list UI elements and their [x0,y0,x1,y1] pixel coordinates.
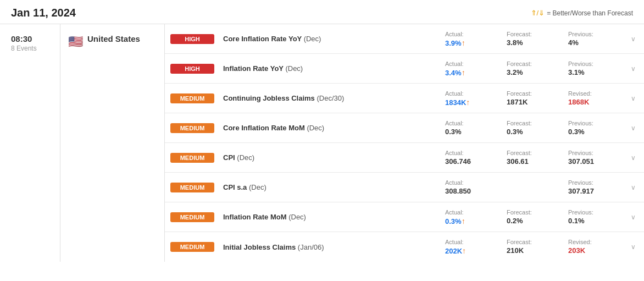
actual-cell: Actual:3.4%↑ [441,59,502,78]
row-expand-icon[interactable]: ∨ [628,65,639,73]
time-column: 08:30 8 Events [0,24,60,262]
event-badge: MEDIUM [170,153,214,163]
event-row[interactable]: MEDIUMContinuing Jobless Claims (Dec/30)… [165,84,644,113]
event-name: CPI (Dec) [214,153,441,162]
forecast-cell: Forecast:306.61 [502,148,564,167]
country-column: 🇺🇸 United States [60,24,165,262]
event-badge: MEDIUM [170,242,214,252]
event-data-cols: Actual:1834K↑Forecast:1871KRevised:1868K [441,89,628,108]
previous-cell: Previous:307.051 [564,148,625,167]
event-row[interactable]: MEDIUMCore Inflation Rate MoM (Dec)Actua… [165,113,644,143]
event-row[interactable]: HIGHInflation Rate YoY (Dec)Actual:3.4%↑… [165,54,644,84]
previous-cell: Revised:1868K [564,89,625,108]
event-name: CPI s.a (Dec) [214,183,441,191]
country-name: United States [87,34,140,43]
row-expand-icon[interactable]: ∨ [628,35,639,43]
actual-cell: Actual:1834K↑ [441,89,502,108]
event-name: Core Inflation Rate YoY (Dec) [214,35,441,43]
event-badge: MEDIUM [170,93,214,103]
event-data-cols: Actual:3.9%↑Forecast:3.8%Previous:4% [441,30,628,48]
forecast-cell [502,178,564,196]
previous-cell: Previous:4% [564,30,625,48]
previous-cell: Revised:203K [564,238,625,256]
legend: ⇑/⇓ = Better/Worse than Forecast [531,9,633,17]
event-row[interactable]: MEDIUMInflation Rate MoM (Dec)Actual:0.3… [165,202,644,232]
row-expand-icon[interactable]: ∨ [628,95,639,102]
previous-cell: Previous:3.1% [564,59,625,78]
main-content: 08:30 8 Events 🇺🇸 United States HIGHCore… [0,24,644,262]
actual-cell: Actual:3.9%↑ [441,30,502,48]
forecast-cell: Forecast:0.2% [502,208,564,227]
event-data-cols: Actual:308.850Previous:307.917 [441,178,628,196]
previous-cell: Previous:0.3% [564,119,625,137]
page-date: Jan 11, 2024 [11,7,76,19]
page-header: Jan 11, 2024 ⇑/⇓ = Better/Worse than For… [0,0,644,24]
forecast-cell: Forecast:3.2% [502,59,564,78]
event-name: Initial Jobless Claims (Jan/06) [214,243,441,251]
event-badge: HIGH [170,64,214,74]
events-count: 8 Events [11,45,54,52]
event-name: Inflation Rate MoM (Dec) [214,213,441,221]
event-badge: MEDIUM [170,183,214,192]
time-value: 08:30 [11,34,54,43]
event-row[interactable]: HIGHCore Inflation Rate YoY (Dec)Actual:… [165,24,644,54]
legend-text: = Better/Worse than Forecast [547,9,633,17]
row-expand-icon[interactable]: ∨ [628,213,639,221]
forecast-cell: Forecast:210K [502,238,564,256]
event-name: Inflation Rate YoY (Dec) [214,64,441,73]
forecast-cell: Forecast:1871K [502,89,564,108]
row-expand-icon[interactable]: ∨ [628,184,639,191]
actual-cell: Actual:306.746 [441,148,502,167]
actual-cell: Actual:308.850 [441,178,502,196]
event-row[interactable]: MEDIUMCPI (Dec)Actual:306.746Forecast:30… [165,143,644,173]
row-expand-icon[interactable]: ∨ [628,124,639,132]
actual-cell: Actual:0.3% [441,119,502,137]
event-data-cols: Actual:306.746Forecast:306.61Previous:30… [441,148,628,167]
event-name: Continuing Jobless Claims (Dec/30) [214,94,441,102]
forecast-cell: Forecast:3.8% [502,30,564,48]
event-row[interactable]: MEDIUMInitial Jobless Claims (Jan/06)Act… [165,232,644,262]
event-badge: MEDIUM [170,123,214,133]
event-name: Core Inflation Rate MoM (Dec) [214,124,441,132]
event-badge: MEDIUM [170,212,214,222]
event-badge: HIGH [170,34,214,44]
row-expand-icon[interactable]: ∨ [628,154,639,162]
country-flag: 🇺🇸 [68,35,83,49]
forecast-cell: Forecast:0.3% [502,119,564,137]
event-data-cols: Actual:0.3%↑Forecast:0.2%Previous:0.1% [441,208,628,227]
legend-icons: ⇑/⇓ [531,9,545,17]
event-data-cols: Actual:0.3%Forecast:0.3%Previous:0.3% [441,119,628,137]
event-data-cols: Actual:202K↑Forecast:210KRevised:203K [441,238,628,256]
row-expand-icon[interactable]: ∨ [628,243,639,251]
event-data-cols: Actual:3.4%↑Forecast:3.2%Previous:3.1% [441,59,628,78]
previous-cell: Previous:307.917 [564,178,625,196]
actual-cell: Actual:202K↑ [441,238,502,256]
actual-cell: Actual:0.3%↑ [441,208,502,227]
previous-cell: Previous:0.1% [564,208,625,227]
events-table: HIGHCore Inflation Rate YoY (Dec)Actual:… [165,24,644,262]
event-row[interactable]: MEDIUMCPI s.a (Dec)Actual:308.850Previou… [165,173,644,202]
